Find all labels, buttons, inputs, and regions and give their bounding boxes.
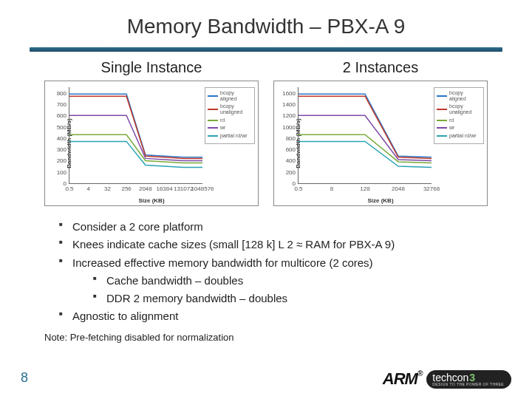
bullet-list: Consider a 2 core platform Knees indicat… (59, 219, 488, 324)
plot-area: 01002003004005006007008000.5432256204816… (69, 87, 202, 184)
y-tick: 300 (47, 146, 66, 153)
legend-swatch (437, 135, 447, 137)
y-tick: 200 (276, 168, 296, 175)
x-tick: 0.5 (65, 185, 73, 192)
plot-area: 020040060080010001200140016000.581282048… (298, 87, 432, 184)
legend-label: bcopy unaligned (220, 103, 252, 115)
legend-swatch (437, 95, 447, 97)
right-chart-title: 2 Instances (273, 59, 488, 76)
y-tick: 0 (47, 180, 66, 187)
bullet-item: Increased effective memory bandwidth for… (59, 256, 488, 307)
slide-title: Memory Bandwidth – PBX-A 9 (0, 0, 532, 38)
title-divider (30, 47, 502, 52)
y-tick: 800 (47, 89, 66, 96)
bullet-item: Consider a 2 core platform (59, 219, 488, 234)
x-tick: 128 (360, 185, 369, 192)
x-tick: 32 (104, 185, 111, 192)
x-tick: 8 (330, 185, 333, 192)
legend-item: rd (208, 117, 252, 123)
bullet-sub-item: DDR 2 memory bandwidth – doubles (93, 291, 488, 306)
legend-item: bcopy aligned (437, 90, 481, 101)
legend-label: wr (220, 125, 225, 131)
legend-label: bcopy aligned (449, 90, 481, 101)
y-tick: 700 (47, 100, 66, 107)
x-tick: 16384 (156, 185, 172, 192)
legend-swatch (437, 120, 447, 121)
x-tick: 0.5 (294, 185, 302, 192)
y-tick: 1000 (276, 123, 296, 130)
series-line (299, 115, 432, 160)
legend-item: bcopy aligned (208, 90, 252, 101)
legend-swatch (208, 135, 218, 137)
legend-swatch (208, 127, 218, 129)
series-line (299, 96, 432, 158)
bullet-sub-item: Cache bandwidth – doubles (93, 273, 488, 288)
legend-swatch (208, 95, 218, 97)
y-tick: 600 (47, 112, 66, 119)
legend-swatch (208, 109, 218, 110)
x-tick: 1048576 (191, 185, 214, 192)
arm-logo: ARM® (383, 369, 422, 389)
legend-swatch (437, 127, 447, 129)
x-tick: 2048 (139, 185, 152, 192)
footnote: Note: Pre-fetching disabled for normaliz… (44, 332, 488, 343)
series-line (299, 94, 432, 157)
y-tick: 100 (47, 168, 66, 175)
legend-label: rd (220, 117, 225, 123)
legend-label: partial rd/wr (449, 133, 477, 139)
legend-swatch (437, 109, 447, 110)
x-axis-label: Size (KB) (367, 197, 393, 204)
legend-label: wr (449, 125, 454, 131)
legend-label: partial rd/wr (220, 133, 248, 139)
y-tick: 1600 (276, 89, 296, 96)
y-tick: 1200 (276, 112, 296, 119)
y-tick: 0 (276, 180, 296, 187)
x-tick: 256 (121, 185, 131, 192)
legend-item: wr (208, 125, 252, 131)
chart-legend: bcopy alignedbcopy unalignedrdwrpartial … (434, 87, 484, 144)
legend-swatch (208, 120, 218, 121)
legend-item: partial rd/wr (208, 133, 252, 139)
series-line (299, 141, 432, 167)
bullet-item: Agnostic to alignment (59, 309, 488, 324)
footer-branding: ARM® techcon3 DESIGN TO THE POWER OF THR… (383, 369, 511, 389)
left-chart-title: Single Instance (44, 59, 259, 76)
y-tick: 800 (276, 134, 296, 141)
y-tick: 1400 (276, 100, 296, 107)
legend-label: bcopy unaligned (449, 103, 481, 115)
page-number: 8 (21, 370, 28, 386)
y-tick: 500 (47, 123, 66, 130)
x-tick: 2048 (392, 185, 405, 192)
legend-item: bcopy unaligned (437, 103, 481, 115)
y-tick: 400 (276, 157, 296, 164)
techcon-badge: techcon3 DESIGN TO THE POWER OF THREE (426, 370, 511, 389)
x-axis-label: Size (KB) (138, 197, 164, 204)
chart-two-instances: Bandwidth (MB/s) 02004006008001000120014… (273, 81, 488, 206)
legend-item: partial rd/wr (437, 133, 481, 139)
series-line (69, 141, 202, 167)
series-line (299, 134, 432, 163)
legend-item: wr (437, 125, 481, 131)
legend-label: bcopy aligned (220, 90, 252, 101)
bullet-item: Knees indicate cache sizes (small [128 k… (59, 237, 488, 252)
y-tick: 600 (276, 146, 296, 153)
x-tick: 4 (86, 185, 89, 192)
chart-legend: bcopy alignedbcopy unalignedrdwrpartial … (205, 87, 255, 144)
legend-item: rd (437, 117, 481, 123)
x-tick: 32768 (423, 185, 440, 192)
y-tick: 400 (47, 134, 66, 141)
series-line (69, 96, 202, 158)
legend-label: rd (449, 117, 454, 123)
chart-single-instance: Bandwidth (MB/s) 01002003004005006007008… (44, 81, 259, 206)
legend-item: bcopy unaligned (208, 103, 252, 115)
y-tick: 200 (47, 157, 66, 164)
